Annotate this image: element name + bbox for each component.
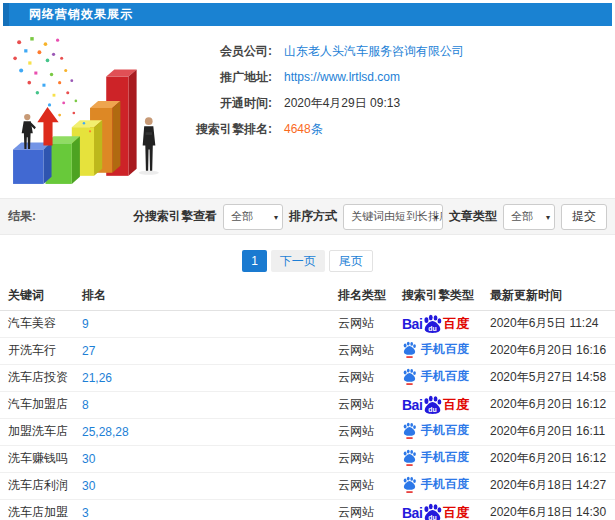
rank-link[interactable]: 3	[82, 506, 89, 520]
rank-link[interactable]: 21,26	[82, 371, 112, 385]
engine-cell: 手机百度	[402, 364, 490, 391]
svg-text:du: du	[429, 514, 437, 520]
engine-ranking-label: 搜索引擎排名:	[176, 121, 272, 138]
rank-link[interactable]: 30	[82, 479, 95, 493]
keyword-cell: 洗车赚钱吗	[0, 445, 82, 472]
rank-type-cell: 云网站	[338, 472, 402, 499]
rank-header: 排名	[82, 282, 338, 310]
last-page-button[interactable]: 尾页	[329, 250, 373, 272]
rank-link[interactable]: 27	[82, 344, 95, 358]
mobile-baidu-text: 手机百度	[421, 422, 469, 439]
right-businessman-figure	[139, 117, 159, 175]
company-label: 会员公司:	[176, 43, 272, 60]
rank-link[interactable]: 8	[82, 398, 89, 412]
sort-select[interactable]: 关键词由短到长排序 ▾	[343, 204, 443, 230]
baidu-bai-text: Bai	[402, 316, 422, 332]
mobile-baidu-text: 手机百度	[421, 368, 469, 385]
filter-controls: 分搜索引擎查看 全部 ▾ 排序方式 关键词由短到长排序 ▾ 文章类型 全部 ▾ …	[133, 204, 607, 230]
results-label: 结果:	[8, 208, 36, 225]
promo-url-label: 推广地址:	[176, 69, 272, 86]
rank-link[interactable]: 25,28,28	[82, 425, 129, 439]
updated-cell: 2020年6月20日 16:12	[490, 391, 615, 418]
submit-button[interactable]: 提交	[561, 204, 607, 230]
open-time-value: 2020年4月29日 09:13	[284, 95, 400, 112]
mobile-baidu-paw-icon	[402, 449, 417, 466]
sort-select-value: 关键词由短到长排序	[351, 209, 443, 224]
rank-cell: 9	[82, 310, 338, 337]
baidu-logo: Bai du 百度	[402, 395, 469, 414]
promo-url-link[interactable]: https://www.lrtlsd.com	[284, 70, 400, 84]
rank-type-cell: 云网站	[338, 391, 402, 418]
chevron-down-icon: ▾	[434, 212, 438, 221]
mobile-baidu-logo: 手机百度	[402, 476, 469, 493]
rank-cell: 21,26	[82, 364, 338, 391]
engine-cell: 手机百度	[402, 445, 490, 472]
sort-filter-label: 排序方式	[289, 208, 337, 225]
table-row: 洗车店加盟 3 云网站 Bai du 百度 2020年6月18日 14:30	[0, 499, 615, 520]
table-row: 开洗车行 27 云网站 手机百度 2020年6月20日 16:16	[0, 337, 615, 364]
growth-bar-chart-illustration	[0, 30, 176, 190]
rank-type-cell: 云网站	[338, 499, 402, 520]
svg-text:du: du	[429, 325, 437, 332]
mobile-baidu-paw-icon	[402, 422, 417, 439]
filter-bar: 结果: 分搜索引擎查看 全部 ▾ 排序方式 关键词由短到长排序 ▾ 文章类型 全…	[0, 198, 615, 235]
ranking-unit: 条	[311, 122, 323, 136]
mobile-baidu-text: 手机百度	[421, 449, 469, 466]
engine-select-value: 全部	[231, 209, 253, 224]
article-type-select[interactable]: 全部 ▾	[503, 204, 555, 230]
bar-blue	[13, 142, 51, 184]
table-row: 洗车赚钱吗 30 云网站 手机百度 2020年6月20日 16:12	[0, 445, 615, 472]
mobile-baidu-paw-icon	[402, 341, 417, 358]
engine-cell: Bai du 百度	[402, 310, 490, 337]
company-name-link[interactable]: 山东老人头汽车服务咨询有限公司	[284, 43, 464, 60]
next-page-button[interactable]: 下一页	[271, 250, 325, 272]
engine-select[interactable]: 全部 ▾	[223, 204, 283, 230]
article-type-select-value: 全部	[511, 209, 533, 224]
page-title: 网络营销效果展示	[9, 6, 133, 23]
field-member-company: 会员公司: 山东老人头汽车服务咨询有限公司	[176, 38, 464, 64]
header-bar: 网络营销效果展示	[3, 3, 612, 26]
chevron-down-icon: ▾	[546, 212, 550, 221]
open-time-label: 开通时间:	[176, 95, 272, 112]
engine-cell: 手机百度	[402, 337, 490, 364]
rank-cell: 30	[82, 445, 338, 472]
rank-type-header: 排名类型	[338, 282, 402, 310]
baidu-paw-icon: du	[422, 503, 443, 520]
updated-cell: 2020年5月27日 14:58	[490, 364, 615, 391]
keyword-cell: 洗车店加盟	[0, 499, 82, 520]
updated-cell: 2020年6月20日 16:11	[490, 418, 615, 445]
engine-cell: 手机百度	[402, 418, 490, 445]
article-type-label: 文章类型	[449, 208, 497, 225]
rank-link[interactable]: 9	[82, 317, 89, 331]
keyword-cell: 加盟洗车店	[0, 418, 82, 445]
keyword-cell: 开洗车行	[0, 337, 82, 364]
page: 网络营销效果展示	[0, 0, 615, 520]
table-row: 加盟洗车店 25,28,28 云网站 手机百度 2020年6月20日 16:11	[0, 418, 615, 445]
mobile-baidu-logo: 手机百度	[402, 422, 469, 439]
baidu-hanzi-text: 百度	[443, 504, 469, 520]
table-header-row: 关键词 排名 排名类型 搜索引擎类型 最新更新时间	[0, 282, 615, 310]
table-row: 汽车加盟店 8 云网站 Bai du 百度 2020年6月20日 16:12	[0, 391, 615, 418]
baidu-logo: Bai du 百度	[402, 503, 469, 520]
mobile-baidu-logo: 手机百度	[402, 341, 469, 358]
hero-chart-image	[0, 30, 176, 190]
updated-cell: 2020年6月20日 16:12	[490, 445, 615, 472]
keyword-cell: 汽车美容	[0, 310, 82, 337]
pagination: 1 下一页 尾页	[0, 250, 615, 272]
results-table: 关键词 排名 排名类型 搜索引擎类型 最新更新时间 汽车美容 9 云网站 Bai…	[0, 282, 615, 520]
ranking-count: 4648	[284, 122, 311, 136]
keyword-cell: 汽车加盟店	[0, 391, 82, 418]
rank-link[interactable]: 30	[82, 452, 95, 466]
mobile-baidu-logo: 手机百度	[402, 449, 469, 466]
rank-type-cell: 云网站	[338, 418, 402, 445]
rank-cell: 30	[82, 472, 338, 499]
baidu-hanzi-text: 百度	[443, 396, 469, 414]
mobile-baidu-logo: 手机百度	[402, 368, 469, 385]
table-row: 汽车美容 9 云网站 Bai du 百度 2020年6月5日 11:24	[0, 310, 615, 337]
updated-cell: 2020年6月5日 11:24	[490, 310, 615, 337]
rank-cell: 8	[82, 391, 338, 418]
mobile-baidu-text: 手机百度	[421, 476, 469, 493]
rank-cell: 27	[82, 337, 338, 364]
page-1-button[interactable]: 1	[242, 250, 267, 272]
engine-cell: 手机百度	[402, 472, 490, 499]
